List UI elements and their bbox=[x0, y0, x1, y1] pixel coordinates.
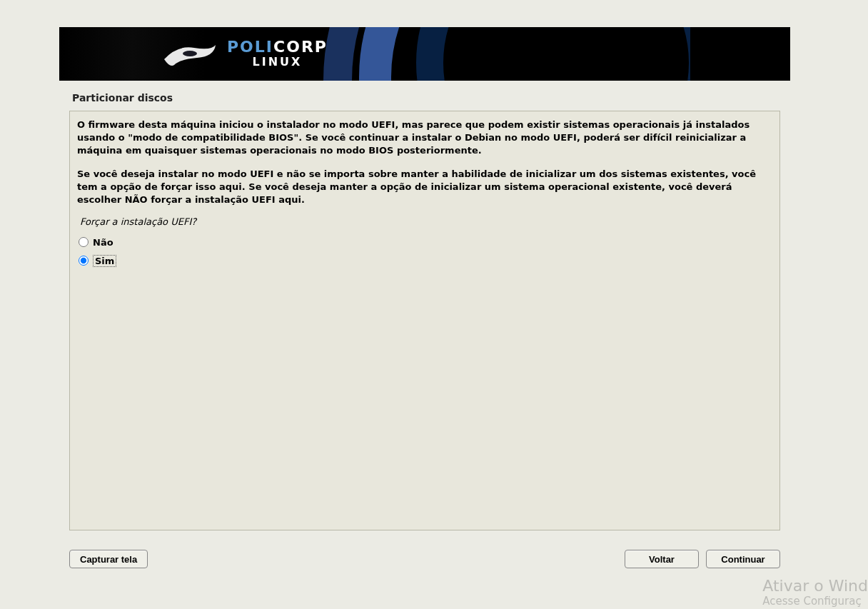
svg-point-0 bbox=[183, 51, 197, 56]
radio-input-yes[interactable] bbox=[79, 256, 89, 266]
radio-label-yes: Sim bbox=[93, 255, 116, 267]
radio-group-uefi: Não Sim bbox=[79, 233, 772, 270]
brand-logo: POLICORP LINUX bbox=[161, 38, 328, 69]
radio-label-no: Não bbox=[93, 237, 113, 248]
banner: POLICORP LINUX bbox=[59, 27, 790, 81]
radio-option-yes[interactable]: Sim bbox=[79, 251, 772, 270]
content-text: O firmware desta máquina iniciou o insta… bbox=[77, 119, 772, 206]
brand-subtitle: LINUX bbox=[227, 56, 328, 68]
brand-text: POLICORP LINUX bbox=[227, 39, 328, 68]
continue-button[interactable]: Continuar bbox=[706, 550, 780, 568]
back-button[interactable]: Voltar bbox=[625, 550, 699, 568]
installer-window: POLICORP LINUX Particionar discos O firm… bbox=[59, 27, 790, 575]
step-title: Particionar discos bbox=[59, 81, 790, 111]
button-bar: Capturar tela Voltar Continuar bbox=[69, 550, 780, 568]
question-label: Forçar a instalação UEFI? bbox=[80, 216, 772, 227]
content-paragraph-2: Se você deseja instalar no modo UEFI e n… bbox=[77, 168, 772, 207]
brand-part1: POLI bbox=[227, 38, 273, 56]
radio-input-no[interactable] bbox=[79, 237, 89, 247]
watermark-line-1: Ativar o Wind bbox=[762, 577, 868, 595]
content-box: O firmware desta máquina iniciou o insta… bbox=[69, 111, 780, 530]
banner-decoration-arc-inner bbox=[416, 27, 716, 81]
content-paragraph-1: O firmware desta máquina iniciou o insta… bbox=[77, 119, 772, 158]
radio-option-no[interactable]: Não bbox=[79, 233, 772, 251]
brand-part2: CORP bbox=[273, 38, 328, 56]
watermark-line-2: Acesse Configuraç bbox=[762, 595, 868, 608]
swoosh-icon bbox=[161, 38, 218, 69]
windows-activation-watermark: Ativar o Wind Acesse Configuraç bbox=[762, 573, 868, 609]
banner-right-fade bbox=[690, 27, 790, 81]
screenshot-button[interactable]: Capturar tela bbox=[69, 550, 148, 568]
